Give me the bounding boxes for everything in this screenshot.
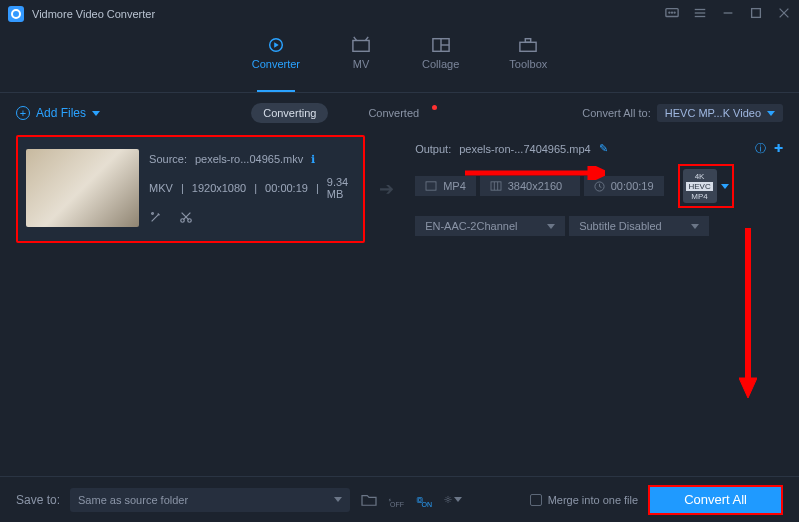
out-container: MP4 bbox=[415, 176, 476, 196]
svg-rect-13 bbox=[353, 41, 369, 52]
source-size: 9.34 MB bbox=[327, 176, 355, 200]
svg-point-3 bbox=[674, 12, 675, 13]
subtitle-select[interactable]: Subtitle Disabled bbox=[569, 216, 709, 236]
svg-rect-26 bbox=[426, 182, 436, 190]
tab-label: Toolbox bbox=[509, 58, 547, 70]
svg-rect-19 bbox=[520, 42, 536, 51]
source-label: Source: bbox=[149, 153, 187, 165]
convert-all-to-select[interactable]: HEVC MP...K Video bbox=[657, 104, 783, 122]
checkbox-icon bbox=[530, 494, 542, 506]
tab-label: Collage bbox=[422, 58, 459, 70]
chevron-down-icon bbox=[691, 224, 699, 229]
output-card: Output: pexels-ron-...7404965.mp4 ✎ ⓘ ✚ … bbox=[415, 135, 783, 243]
conversion-item: Source: pexels-ro...04965.mkv ℹ MKV | 19… bbox=[16, 135, 783, 243]
svg-rect-27 bbox=[491, 182, 501, 190]
source-card[interactable]: Source: pexels-ro...04965.mkv ℹ MKV | 19… bbox=[16, 135, 365, 243]
tab-label: Converter bbox=[252, 58, 300, 70]
footer: Save to: Same as source folder OFF ON Me… bbox=[0, 476, 799, 522]
output-format-selector[interactable]: 4K HEVC MP4 bbox=[678, 164, 734, 208]
convert-all-to-label: Convert All to: bbox=[582, 107, 650, 119]
source-resolution: 1920x1080 bbox=[192, 182, 246, 194]
cut-icon[interactable] bbox=[179, 210, 193, 226]
chevron-down-icon bbox=[547, 224, 555, 229]
output-filename: pexels-ron-...7404965.mp4 bbox=[459, 143, 590, 155]
source-duration: 00:00:19 bbox=[265, 182, 308, 194]
chevron-down-icon bbox=[767, 111, 775, 116]
info-icon[interactable]: ℹ bbox=[311, 153, 315, 166]
svg-point-21 bbox=[152, 212, 154, 214]
annotation-arrow bbox=[739, 228, 757, 398]
menu-icon[interactable] bbox=[693, 6, 707, 23]
subtab-converted[interactable]: Converted bbox=[356, 103, 431, 123]
tab-mv[interactable]: MV bbox=[350, 36, 372, 86]
source-container: MKV bbox=[149, 182, 173, 194]
save-to-value: Same as source folder bbox=[78, 494, 188, 506]
add-files-label: Add Files bbox=[36, 106, 86, 120]
chevron-down-icon bbox=[454, 497, 462, 502]
info-icon[interactable]: ⓘ bbox=[755, 141, 766, 156]
video-thumbnail bbox=[26, 149, 139, 227]
lightspeed-icon[interactable]: OFF bbox=[388, 491, 406, 509]
svg-point-1 bbox=[669, 12, 670, 13]
svg-rect-8 bbox=[752, 8, 761, 17]
maximize-icon[interactable] bbox=[749, 6, 763, 23]
tab-collage[interactable]: Collage bbox=[422, 36, 459, 86]
svg-point-37 bbox=[447, 498, 450, 501]
chevron-down-icon bbox=[721, 184, 729, 189]
toolbar: + Add Files Converting Converted Convert… bbox=[0, 93, 799, 131]
feedback-icon[interactable] bbox=[665, 6, 679, 23]
tab-label: MV bbox=[353, 58, 370, 70]
out-resolution: 3840x2160 bbox=[480, 176, 580, 196]
save-to-label: Save to: bbox=[16, 493, 60, 507]
edit-name-icon[interactable]: ✎ bbox=[599, 142, 608, 155]
gpu-accel-icon[interactable]: ON bbox=[416, 491, 434, 509]
plus-icon: + bbox=[16, 106, 30, 120]
output-label: Output: bbox=[415, 143, 451, 155]
source-filename: pexels-ro...04965.mkv bbox=[195, 153, 303, 165]
save-to-select[interactable]: Same as source folder bbox=[70, 488, 350, 512]
app-logo bbox=[8, 6, 24, 22]
subtab-converting[interactable]: Converting bbox=[251, 103, 328, 123]
merge-checkbox[interactable]: Merge into one file bbox=[530, 494, 639, 506]
minimize-icon[interactable] bbox=[721, 6, 735, 23]
svg-point-2 bbox=[671, 12, 672, 13]
convert-all-to: Convert All to: HEVC MP...K Video bbox=[582, 104, 783, 122]
tab-converter[interactable]: Converter bbox=[252, 36, 300, 86]
settings-icon[interactable] bbox=[444, 491, 462, 509]
main-tabs: Converter MV Collage Toolbox bbox=[0, 28, 799, 86]
chevron-down-icon bbox=[334, 497, 342, 502]
chevron-down-icon bbox=[92, 111, 100, 116]
convert-all-button[interactable]: Convert All bbox=[648, 485, 783, 515]
open-folder-icon[interactable] bbox=[360, 491, 378, 509]
svg-marker-34 bbox=[739, 378, 757, 398]
audio-select[interactable]: EN-AAC-2Channel bbox=[415, 216, 565, 236]
titlebar: Vidmore Video Converter bbox=[0, 0, 799, 28]
svg-marker-12 bbox=[274, 42, 279, 47]
format-badge: 4K HEVC MP4 bbox=[683, 169, 717, 203]
svg-rect-20 bbox=[526, 39, 531, 43]
add-output-icon[interactable]: ✚ bbox=[774, 142, 783, 155]
add-files-button[interactable]: + Add Files bbox=[16, 106, 100, 120]
out-duration: 00:00:19 bbox=[584, 176, 664, 196]
tab-toolbox[interactable]: Toolbox bbox=[509, 36, 547, 86]
app-title: Vidmore Video Converter bbox=[32, 8, 665, 20]
merge-label: Merge into one file bbox=[548, 494, 639, 506]
arrow-icon: ➔ bbox=[379, 178, 401, 200]
close-icon[interactable] bbox=[777, 6, 791, 23]
enhance-icon[interactable] bbox=[149, 210, 163, 226]
convert-all-to-value: HEVC MP...K Video bbox=[665, 107, 761, 119]
